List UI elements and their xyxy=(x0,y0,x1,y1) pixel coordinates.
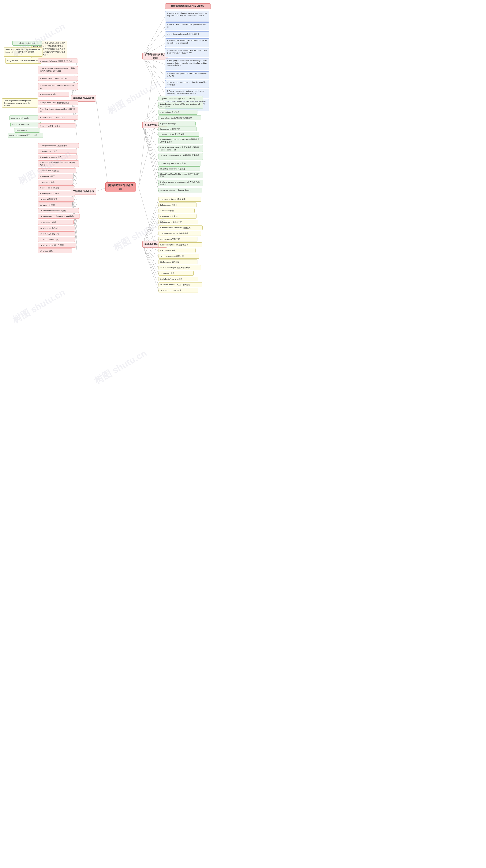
node-management: 5. management rule xyxy=(38,92,69,96)
watermark-2: 树图 shutu.cn xyxy=(105,77,162,117)
node-makecamp: 6. make camp 野营/宿营 xyxy=(159,126,196,131)
svg-line-42 xyxy=(142,56,165,85)
node-castdown: 9. cast down垂下; 使沮丧 xyxy=(38,123,76,128)
svg-line-36 xyxy=(142,27,165,56)
node-preparetodo: 1.Prepare to do sth.准备做某事 xyxy=(159,197,201,202)
root-node: 英语高考基础知识点归纳 xyxy=(105,182,136,192)
node-givehonour: 16.Give honour to sb 敬重 xyxy=(159,288,198,293)
node-beinruins: 11.Be in ruins 成为废墟 xyxy=(159,259,197,264)
node-anumberof: 4.a number of 大量的 xyxy=(159,214,196,219)
sect4-text: 英语高考基础知识点归纳 xyxy=(144,53,166,59)
node-struggled: 4. She struggled and struggled, and coul… xyxy=(165,38,209,47)
svg-line-78 xyxy=(142,245,159,279)
node-goodwork: good work/high spirits/ xyxy=(9,116,41,120)
node-elegant: 2. elegant writing /surroundings/lady 文雅… xyxy=(38,66,78,74)
node-allbut: 16. all but 几乎除了…都 xyxy=(38,231,75,236)
svg-line-32 xyxy=(142,125,159,176)
node-insteadof: 1. Instead of spending your vacation on … xyxy=(165,11,209,22)
node-setrecord: 13. set /break(beat)/hold a record 创造/打破… xyxy=(159,172,203,178)
node-givein: 5. give in 投降/让步 xyxy=(159,121,196,126)
node-sosurprised: 7. She was so surprised that she couldn'… xyxy=(165,71,209,79)
svg-line-0 xyxy=(96,98,108,187)
node-careabout: 3. care about 关心/优先 xyxy=(159,110,197,115)
svg-line-76 xyxy=(142,245,159,268)
section-归纳: 英语高考基础知识点归纳 xyxy=(142,53,168,59)
node-weigh: 6. weigh one's words 权衡;考虑;权重 xyxy=(38,100,78,105)
node-persuade: 8. persuade sb into/out of (doing) sth 说… xyxy=(159,137,203,144)
svg-line-64 xyxy=(142,199,159,245)
node-remind: 3. remind sb to do remind sb of sth xyxy=(38,76,78,81)
node-shakehands: 7.Shake hands with sb.与某人握手 xyxy=(159,231,201,236)
svg-line-31 xyxy=(142,125,159,169)
svg-line-34 xyxy=(142,125,159,191)
node-accountfor: 7. account for解释 xyxy=(38,180,73,184)
node-accuseof: 8. accuse sb. of sth.控告 xyxy=(38,185,74,190)
node-insist: 10. insist on sth/doing sth 一定要/某某/坚决某某； xyxy=(159,153,203,160)
node-addto: 9. add to增加(add up to) xyxy=(38,191,75,196)
node-judgeby: 14.Judge by/from 从…看来 xyxy=(159,277,198,281)
node-itseemed: 6.It seemed that Shake with 使受震惊 xyxy=(159,225,202,230)
svg-line-28 xyxy=(142,125,159,149)
node-unless: 5. You should not go rafting unless you … xyxy=(165,48,209,57)
mind-map: 树图 shutu.cn 树图 shutu.cn 树图 shutu.cn 树图 s… xyxy=(0,0,243,434)
sect1-text: 英语高考知识点梳理 xyxy=(73,97,94,100)
node-allatonce: 15. all at once 突然;同时 xyxy=(38,226,75,230)
node-becastdown: be cast down xyxy=(14,128,40,133)
node-dreamabout: 15. dream of/about… dream a dream) xyxy=(159,188,202,192)
node-afterall: 10. after all 毕竟;究竟 xyxy=(38,197,74,202)
node-bestway: 2. the best way of doing sth/the best wa… xyxy=(159,102,203,108)
sect3-text: 英语高考知识点总结 xyxy=(73,190,94,193)
node-mary: Mary is ill and Laura is to substitute h… xyxy=(5,58,41,64)
node-getprepare: 2.Get prepare 准备好 xyxy=(159,203,196,207)
watermark-6: 树图 shutu.cn xyxy=(92,347,149,387)
node-substitute-sth: substitute sth for sth xyxy=(12,41,42,45)
node-castglance: cast sb a glance/look瞥了……一眼 xyxy=(8,133,43,138)
node-ruinhopes: 12.Ruin ones hopes 使某人希望破灭 xyxy=(159,265,201,270)
node-behonoured: 15.Be/feel honoured by 对...感到荣幸 xyxy=(159,282,202,287)
node-aheadof: 13. ahead of 在…之前(ahead of time提前) xyxy=(38,214,80,219)
svg-line-80 xyxy=(142,245,159,291)
node-treeafter: 8. Tree after tree went down, cut down b… xyxy=(165,80,209,88)
node-fractionof: 2. a fraction of 一部分 xyxy=(38,149,77,154)
node-absentfrom: 5. absent from不在;缺席 xyxy=(38,168,76,173)
node-homeparts: Home-made parts are being substituted fo… xyxy=(4,48,43,57)
node-weighed: They weighed the advantages and disadvan… xyxy=(2,98,38,107)
node-getinterested: 1. get sb interested in 使某人对……感兴趣 xyxy=(159,96,203,101)
node-putup: 12. put up one's tents 搭起帐篷 xyxy=(159,166,200,171)
watermark-5: 树图 shutu.cn xyxy=(10,286,67,326)
node-burstinto: 9.Burst into/in 闯入 xyxy=(159,248,196,253)
main-title-text: 英语高考基础知识点归纳（精选） xyxy=(171,5,205,8)
node-sayhi: 2. Say 'Hi' / 'Hello' / 'Thanks' to sb. … xyxy=(165,23,209,30)
node-keepup: 8. keep up a good state of mind xyxy=(38,115,78,120)
svg-line-66 xyxy=(142,211,159,245)
node-insteadof2: 3.instead of 代替 xyxy=(159,208,195,213)
node-allover: 19. all over 遍及 xyxy=(38,248,72,253)
node-carefor: 4. care for/to do sth 希望成/喜欢做某事 xyxy=(159,116,201,120)
node-casteyes: cast one's eyes down xyxy=(10,122,41,127)
svg-line-33 xyxy=(142,125,159,184)
node-allofsudden: 17. all of a sudden 突然 xyxy=(38,237,75,242)
svg-line-2 xyxy=(138,125,155,187)
node-judgesb: 13.Judge sb 评价 xyxy=(159,271,194,276)
svg-line-65 xyxy=(142,205,159,245)
node-seeing: 3. Is anybody seeing you off?进行时表将来 xyxy=(165,31,209,37)
node-bigheadache: 1. a big headache令人头痛的事情 xyxy=(38,143,79,148)
node-havedream: 14. have a dream of sb/sth/doing sth 梦见某… xyxy=(159,180,203,186)
main-title: 英语高考基础知识点归纳（精选） xyxy=(165,3,211,9)
svg-line-43 xyxy=(142,56,165,94)
node-allovagain: 18. all over again 再一次;重新 xyxy=(38,243,76,248)
svg-line-30 xyxy=(142,125,159,164)
node-seriesof: 4. a series of 一系列/a series above all 首先… xyxy=(38,160,79,167)
node-agreewith: 11. agree with同意 xyxy=(38,203,72,207)
node-shakedown: 8.Shake down 安顿下来 xyxy=(159,237,197,242)
svg-line-29 xyxy=(142,125,159,157)
node-makemind: 11. make up one's mind 下定决心 xyxy=(159,161,201,166)
svg-line-67 xyxy=(142,217,159,245)
node-aliento: 14. alien to与…相反 xyxy=(38,220,74,225)
svg-line-4 xyxy=(138,187,155,245)
node-bystaying: 6. By staying at.., tourists can help th… xyxy=(165,59,209,70)
node-burstwith: 10.Burst with anger 勃然大怒 xyxy=(159,254,199,258)
node-thousandsof: 5.thousands of 成千上万的 xyxy=(159,220,198,224)
svg-line-20 xyxy=(142,99,159,125)
node-substitute-teacher: 1. a substitute teacher 代课老师, 替代品 xyxy=(38,59,78,63)
